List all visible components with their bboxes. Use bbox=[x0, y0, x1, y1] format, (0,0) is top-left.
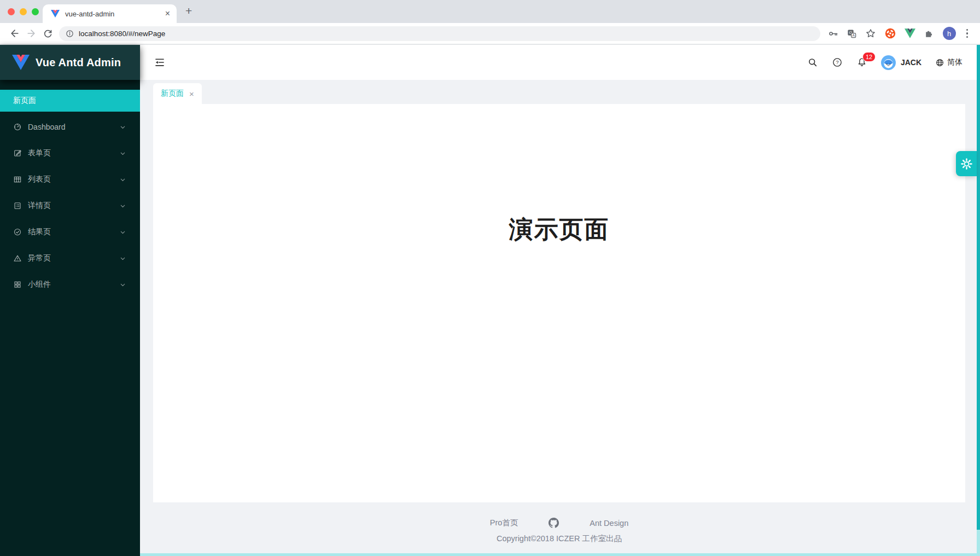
language-switch[interactable]: 简体 bbox=[935, 57, 962, 67]
scrollbar-thumb[interactable] bbox=[977, 45, 980, 530]
user-menu[interactable]: JACK bbox=[881, 55, 921, 70]
dashboard-icon bbox=[13, 123, 22, 131]
page-tab-new-page[interactable]: 新页面 × bbox=[153, 83, 202, 104]
forward-icon[interactable] bbox=[23, 25, 39, 42]
sidebar-item-label: 列表页 bbox=[28, 175, 51, 184]
page-tab-close-icon[interactable]: × bbox=[189, 90, 194, 98]
chevron-down-icon bbox=[120, 256, 126, 262]
window-zoom-button[interactable] bbox=[32, 8, 39, 15]
sidebar-item-label: 异常页 bbox=[28, 253, 51, 263]
page-tab-label: 新页面 bbox=[161, 89, 184, 99]
extension-dart-icon[interactable] bbox=[884, 27, 896, 39]
browser-chrome: vue-antd-admin × + localhost:8080/#/newP… bbox=[0, 0, 980, 45]
sidebar-item-dashboard[interactable]: Dashboard bbox=[0, 116, 140, 138]
footer-link-pro-home[interactable]: Pro首页 bbox=[490, 518, 518, 528]
translate-icon[interactable]: GA bbox=[847, 28, 857, 39]
window-minimize-button[interactable] bbox=[20, 8, 27, 15]
sidebar-item-label: 表单页 bbox=[28, 148, 51, 158]
chevron-down-icon bbox=[120, 177, 126, 183]
sidebar: Vue Antd Admin 新页面 Dashboard 表单页 bbox=[0, 45, 140, 556]
password-key-icon[interactable] bbox=[828, 28, 838, 39]
app-title: Vue Antd Admin bbox=[36, 56, 121, 69]
browser-toolbar: localhost:8080/#/newPage GA bbox=[0, 23, 980, 45]
page-tabbar: 新页面 × bbox=[140, 80, 980, 104]
page-title: 演示页面 bbox=[153, 104, 965, 246]
vue-logo-icon bbox=[12, 55, 30, 70]
appstore-icon bbox=[13, 280, 22, 289]
settings-drawer-button[interactable] bbox=[956, 151, 977, 176]
language-label: 简体 bbox=[947, 57, 962, 67]
sidebar-logo[interactable]: Vue Antd Admin bbox=[0, 45, 140, 80]
search-icon[interactable] bbox=[807, 57, 818, 68]
browser-menu-icon[interactable] bbox=[964, 29, 971, 38]
form-icon bbox=[13, 149, 22, 158]
sidebar-item-label: 新页面 bbox=[13, 96, 36, 106]
sidebar-item-lists[interactable]: 列表页 bbox=[0, 169, 140, 190]
toolbar-actions: GA h bbox=[828, 27, 974, 40]
window-controls bbox=[8, 8, 39, 15]
chevron-down-icon bbox=[120, 150, 126, 157]
warning-icon bbox=[13, 254, 22, 263]
content-card: 演示页面 bbox=[153, 104, 965, 502]
sidebar-item-results[interactable]: 结果页 bbox=[0, 221, 140, 243]
chevron-down-icon bbox=[120, 203, 126, 209]
svg-text:A: A bbox=[852, 33, 855, 37]
username: JACK bbox=[901, 58, 921, 67]
vertical-scrollbar[interactable] bbox=[977, 45, 980, 556]
copyright: Copyright©2018 ICZER 工作室出品 bbox=[153, 534, 965, 544]
table-icon bbox=[13, 175, 22, 184]
menu-fold-icon[interactable] bbox=[154, 57, 165, 68]
tab-close-icon[interactable]: × bbox=[165, 9, 170, 18]
browser-profile-avatar[interactable]: h bbox=[943, 27, 956, 40]
page-footer: Pro首页 Ant Design Copyright©2018 ICZER 工作… bbox=[153, 518, 965, 544]
gear-icon bbox=[960, 158, 973, 170]
help-icon[interactable]: ? bbox=[832, 57, 843, 68]
chevron-down-icon bbox=[120, 229, 126, 235]
sidebar-item-label: Dashboard bbox=[28, 123, 66, 131]
bookmark-star-icon[interactable] bbox=[865, 28, 876, 39]
sidebar-item-details[interactable]: 详情页 bbox=[0, 195, 140, 217]
horizontal-scrollbar[interactable] bbox=[140, 553, 977, 556]
profile-icon bbox=[13, 201, 22, 210]
avatar bbox=[881, 55, 896, 70]
sidebar-menu: 新页面 Dashboard 表单页 列表页 bbox=[0, 80, 140, 296]
footer-links: Pro首页 Ant Design bbox=[153, 518, 965, 528]
notifications-button[interactable]: 12 bbox=[856, 57, 867, 68]
extensions-puzzle-icon[interactable] bbox=[924, 28, 935, 39]
browser-tab[interactable]: vue-antd-admin × bbox=[43, 4, 177, 23]
footer-link-ant-design[interactable]: Ant Design bbox=[590, 519, 628, 528]
check-circle-icon bbox=[13, 228, 22, 236]
browser-tab-title: vue-antd-admin bbox=[65, 10, 165, 18]
notification-badge: 12 bbox=[862, 52, 876, 62]
url-text[interactable]: localhost:8080/#/newPage bbox=[79, 30, 165, 38]
sidebar-item-label: 小组件 bbox=[28, 280, 51, 289]
address-bar[interactable]: localhost:8080/#/newPage bbox=[59, 26, 820, 41]
vue-devtools-icon[interactable] bbox=[905, 28, 915, 38]
sidebar-item-forms[interactable]: 表单页 bbox=[0, 142, 140, 164]
reload-icon[interactable] bbox=[39, 25, 56, 42]
sidebar-item-exceptions[interactable]: 异常页 bbox=[0, 247, 140, 269]
chevron-down-icon bbox=[120, 282, 126, 288]
app-header: ? 12 bbox=[140, 45, 980, 80]
back-icon[interactable] bbox=[7, 25, 23, 42]
globe-icon bbox=[935, 58, 944, 67]
window-close-button[interactable] bbox=[8, 8, 15, 15]
main-area: ? 12 bbox=[140, 45, 980, 556]
svg-text:?: ? bbox=[836, 60, 838, 65]
screen: vue-antd-admin × + localhost:8080/#/newP… bbox=[0, 0, 980, 556]
chevron-down-icon bbox=[120, 124, 126, 130]
favicon-vue-icon bbox=[51, 10, 60, 18]
app-root: Vue Antd Admin 新页面 Dashboard 表单页 bbox=[0, 45, 980, 556]
new-tab-button[interactable]: + bbox=[185, 4, 192, 18]
sidebar-item-label: 结果页 bbox=[28, 227, 51, 237]
sidebar-item-widgets[interactable]: 小组件 bbox=[0, 274, 140, 296]
github-icon[interactable] bbox=[534, 518, 573, 528]
sidebar-item-new-page[interactable]: 新页面 bbox=[0, 90, 140, 112]
sidebar-item-label: 详情页 bbox=[28, 201, 51, 211]
browser-tabstrip: vue-antd-admin × + bbox=[0, 0, 980, 23]
header-actions: ? 12 bbox=[807, 55, 962, 70]
site-info-icon[interactable] bbox=[66, 30, 74, 38]
